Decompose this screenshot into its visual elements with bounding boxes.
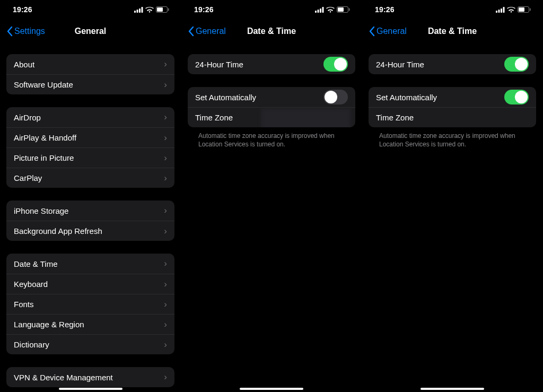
status-time: 19:26 <box>194 5 214 14</box>
svg-rect-19 <box>519 7 524 12</box>
settings-group: Date & Time› Keyboard› Fonts› Language &… <box>6 254 174 354</box>
cellular-icon <box>315 7 324 13</box>
cellular-icon <box>496 7 505 13</box>
settings-group: iPhone Storage› Background App Refresh› <box>6 201 174 241</box>
svg-rect-15 <box>498 10 500 13</box>
status-right <box>496 6 531 13</box>
status-bar: 19:26 <box>0 0 181 19</box>
chevron-right-icon: › <box>164 299 167 310</box>
settings-group: Set Automatically Time Zone <box>369 87 536 127</box>
row-set-automatically: Set Automatically <box>188 87 355 107</box>
settings-group: AirDrop› AirPlay & Handoff› Picture in P… <box>6 107 174 188</box>
settings-group: VPN & Device Management› <box>6 367 174 387</box>
chevron-right-icon: › <box>164 279 167 290</box>
row-vpn[interactable]: VPN & Device Management› <box>6 367 174 387</box>
chevron-right-icon: › <box>164 133 167 143</box>
chevron-right-icon: › <box>164 372 167 382</box>
nav-header: General Date & Time <box>362 19 542 43</box>
chevron-right-icon: › <box>164 59 167 69</box>
settings-group: Set Automatically Time Zone <box>188 87 355 127</box>
wifi-icon <box>326 7 335 13</box>
svg-rect-12 <box>338 7 344 12</box>
chevron-right-icon: › <box>164 80 167 90</box>
settings-group: 24-Hour Time <box>369 54 536 74</box>
settings-group: About› Software Update› <box>6 54 174 94</box>
row-24hour: 24-Hour Time <box>369 54 536 74</box>
status-time: 19:26 <box>13 5 32 14</box>
back-label: General <box>196 27 226 36</box>
svg-rect-17 <box>503 7 505 13</box>
settings-list: 24-Hour Time Set Automatically Time Zone… <box>362 54 542 149</box>
toggle-24hour[interactable] <box>323 57 348 72</box>
svg-rect-0 <box>134 11 136 13</box>
back-label: General <box>376 27 407 36</box>
row-language[interactable]: Language & Region› <box>6 314 174 334</box>
cellular-icon <box>134 7 143 13</box>
row-set-automatically: Set Automatically <box>369 87 536 107</box>
svg-rect-6 <box>168 8 169 11</box>
svg-rect-8 <box>318 10 319 13</box>
row-dictionary[interactable]: Dictionary› <box>6 334 174 354</box>
chevron-right-icon: › <box>164 153 167 163</box>
chevron-right-icon: › <box>164 258 167 269</box>
screen-date-time-off: 19:26 General Date & Time 24-Hour Time S… <box>181 0 362 392</box>
row-bg-refresh[interactable]: Background App Refresh› <box>6 221 174 241</box>
nav-header: Settings General <box>0 19 181 43</box>
settings-list: About› Software Update› AirDrop› AirPlay… <box>0 54 181 387</box>
chevron-right-icon: › <box>164 173 167 184</box>
row-fonts[interactable]: Fonts› <box>6 294 174 314</box>
home-indicator[interactable] <box>59 388 122 390</box>
row-time-zone[interactable]: Time Zone <box>369 107 536 127</box>
screen-date-time-on: 19:26 General Date & Time 24-Hour Time S… <box>362 0 542 392</box>
back-button[interactable]: General <box>186 24 228 39</box>
svg-rect-13 <box>349 8 350 11</box>
svg-rect-3 <box>142 7 143 13</box>
row-time-zone[interactable]: Time Zone <box>188 107 355 127</box>
wifi-icon <box>145 7 154 13</box>
chevron-right-icon: › <box>164 339 167 350</box>
toggle-set-automatically[interactable] <box>323 90 348 104</box>
row-about[interactable]: About› <box>6 54 174 74</box>
svg-rect-5 <box>157 7 163 12</box>
toggle-24hour[interactable] <box>504 57 529 72</box>
home-indicator[interactable] <box>421 388 484 390</box>
svg-rect-14 <box>496 11 497 13</box>
status-bar: 19:26 <box>181 0 362 19</box>
footer-note: Automatic time zone accuracy is improved… <box>369 127 536 149</box>
chevron-right-icon: › <box>164 205 167 216</box>
status-time: 19:26 <box>375 5 395 14</box>
nav-header: General Date & Time <box>181 19 362 43</box>
home-indicator[interactable] <box>240 388 303 390</box>
svg-rect-20 <box>530 8 531 11</box>
footer-note: Automatic time zone accuracy is improved… <box>188 127 355 149</box>
svg-rect-9 <box>320 8 321 13</box>
svg-rect-10 <box>322 7 324 13</box>
svg-rect-7 <box>315 11 317 13</box>
status-right <box>315 6 350 13</box>
battery-icon <box>337 6 350 13</box>
back-button[interactable]: General <box>366 24 409 39</box>
row-date-time[interactable]: Date & Time› <box>6 254 174 274</box>
screen-general: 19:26 Settings General About› Software U… <box>0 0 181 392</box>
row-airdrop[interactable]: AirDrop› <box>6 107 174 127</box>
back-button[interactable]: Settings <box>4 24 47 39</box>
settings-list: 24-Hour Time Set Automatically Time Zone… <box>181 54 362 149</box>
svg-rect-2 <box>139 8 141 13</box>
chevron-left-icon <box>6 26 13 37</box>
chevron-right-icon: › <box>164 226 167 237</box>
row-airplay[interactable]: AirPlay & Handoff› <box>6 127 174 147</box>
toggle-set-automatically[interactable] <box>504 90 529 104</box>
battery-icon <box>156 6 169 13</box>
chevron-right-icon: › <box>164 319 167 330</box>
row-carplay[interactable]: CarPlay› <box>6 168 174 188</box>
row-keyboard[interactable]: Keyboard› <box>6 274 174 294</box>
status-bar: 19:26 <box>362 0 542 19</box>
time-zone-value-redacted <box>261 108 351 128</box>
svg-rect-16 <box>501 8 502 13</box>
row-storage[interactable]: iPhone Storage› <box>6 201 174 221</box>
row-software-update[interactable]: Software Update› <box>6 74 174 94</box>
row-pip[interactable]: Picture in Picture› <box>6 147 174 168</box>
svg-rect-1 <box>137 10 138 13</box>
chevron-left-icon <box>188 26 194 37</box>
settings-group: 24-Hour Time <box>188 54 355 74</box>
